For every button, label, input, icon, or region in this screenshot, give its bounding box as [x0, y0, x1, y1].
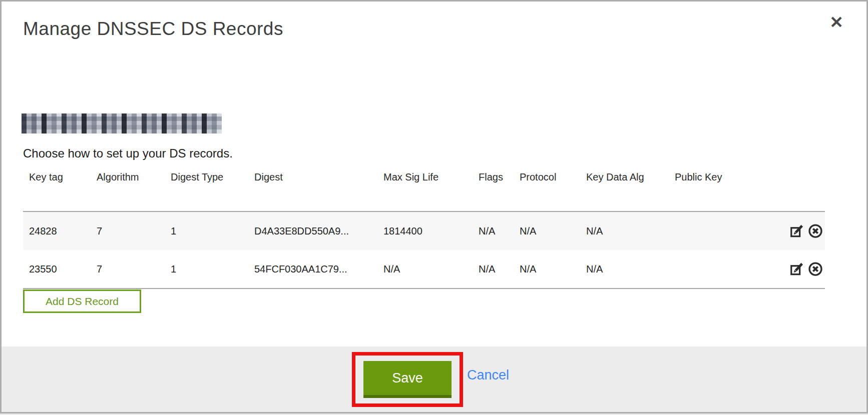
cell-digest: 54FCF030AA1C79...	[248, 250, 377, 288]
col-header-digest: Digest	[248, 166, 377, 212]
col-header-algorithm: Algorithm	[91, 166, 165, 212]
cell-protocol: N/A	[514, 250, 580, 288]
cell-max-sig-life: 1814400	[377, 212, 473, 250]
cell-algorithm: 7	[91, 250, 165, 288]
cell-flags: N/A	[473, 250, 514, 288]
ds-records-table: Key tag Algorithm Digest Type Digest Max…	[23, 166, 825, 289]
col-header-digest-type: Digest Type	[165, 166, 248, 212]
delete-icon[interactable]	[808, 262, 823, 276]
add-ds-record-button[interactable]: Add DS Record	[23, 290, 141, 313]
cell-key-tag: 24828	[23, 212, 91, 250]
edit-icon[interactable]	[789, 224, 804, 238]
col-header-actions	[785, 166, 825, 212]
table-row: 24828 7 1 D4A33E8DD550A9... 1814400 N/A …	[23, 212, 825, 250]
cell-digest-type: 1	[165, 250, 248, 288]
dialog-title: Manage DNSSEC DS Records	[23, 18, 283, 40]
cell-key-tag: 23550	[23, 250, 91, 288]
col-header-key-data-alg: Key Data Alg	[580, 166, 669, 212]
cancel-link[interactable]: Cancel	[467, 368, 509, 383]
cell-max-sig-life: N/A	[377, 250, 473, 288]
cell-algorithm: 7	[91, 212, 165, 250]
dialog-footer: Save Cancel	[2, 346, 866, 412]
cell-key-data-alg: N/A	[580, 250, 669, 288]
col-header-protocol: Protocol	[514, 166, 580, 212]
save-button[interactable]: Save	[363, 361, 452, 398]
col-header-max-sig-life: Max Sig Life	[377, 166, 473, 212]
cell-flags: N/A	[473, 212, 514, 250]
col-header-flags: Flags	[473, 166, 514, 212]
cell-digest: D4A33E8DD550A9...	[248, 212, 377, 250]
close-icon[interactable]: ✕	[825, 12, 847, 34]
col-header-key-tag: Key tag	[23, 166, 91, 212]
cell-protocol: N/A	[514, 212, 580, 250]
cell-digest-type: 1	[165, 212, 248, 250]
table-header-row: Key tag Algorithm Digest Type Digest Max…	[23, 166, 825, 212]
red-annotation-rectangle: Save	[352, 352, 463, 407]
manage-dnssec-ds-records-dialog: Manage DNSSEC DS Records ✕ Choose how to…	[0, 0, 868, 414]
redacted-domain-name	[22, 114, 222, 134]
cell-key-data-alg: N/A	[580, 212, 669, 250]
edit-icon[interactable]	[789, 262, 804, 276]
row-actions	[785, 250, 825, 288]
delete-icon[interactable]	[808, 224, 823, 238]
row-actions	[785, 212, 825, 250]
instruction-text: Choose how to set up your DS records.	[23, 146, 233, 160]
col-header-public-key: Public Key	[669, 166, 785, 212]
table-row: 23550 7 1 54FCF030AA1C79... N/A N/A N/A …	[23, 250, 825, 288]
cell-public-key	[669, 212, 785, 250]
cell-public-key	[669, 250, 785, 288]
